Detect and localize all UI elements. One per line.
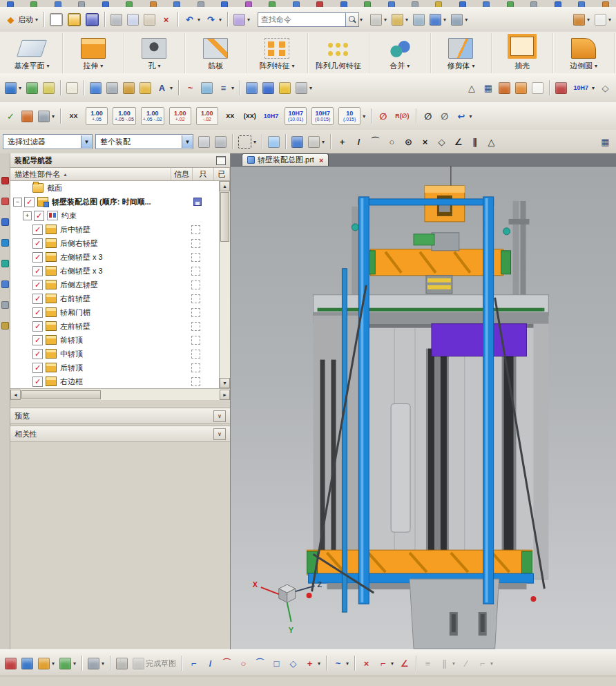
clip-section-icon[interactable]: ▾ <box>389 12 410 27</box>
side-toolbar-icon[interactable] <box>1 198 9 205</box>
unite-button[interactable]: 合并▾ <box>384 38 416 73</box>
block-icon[interactable] <box>137 81 153 95</box>
constraint-tools-icon[interactable]: ▾ <box>449 12 470 27</box>
no-tolerance-icon[interactable]: ∅ <box>375 109 391 124</box>
dropdown-arrow-icon[interactable]: ▾ <box>608 17 611 23</box>
column-info[interactable]: 信息 <box>171 168 193 180</box>
selection-scope-combo[interactable]: 整个装配 ▼ <box>95 134 193 149</box>
save-icon[interactable] <box>84 12 101 28</box>
rib-button[interactable]: 筋板 <box>199 37 232 73</box>
dependencies-panel-header[interactable]: 相关性 ∨ <box>10 426 230 442</box>
sketch-tools-icon[interactable] <box>3 656 19 671</box>
diameter-symbol-icon[interactable]: ∅ <box>420 109 436 124</box>
component-checkbox[interactable]: ✓ <box>32 307 43 318</box>
type-filter-combo[interactable]: 选择过滤器 ▼ <box>3 134 93 149</box>
extrude-button[interactable]: 拉伸▾ <box>77 37 110 73</box>
readonly-checkbox[interactable] <box>191 308 200 317</box>
tree-item[interactable]: ✓右侧轿壁 x 3 <box>10 264 220 278</box>
readonly-checkbox[interactable] <box>191 322 200 331</box>
tree-item[interactable]: ✓右边框 <box>10 374 220 388</box>
datum-plane-button[interactable]: 基准平面▾ <box>10 37 53 73</box>
assembly-cube-icon[interactable]: ▾ <box>427 12 448 27</box>
command-finder-input[interactable] <box>258 12 346 27</box>
chevron-down-icon[interactable]: ∨ <box>213 410 226 422</box>
open-file-icon[interactable] <box>66 12 83 28</box>
collapse-icon[interactable]: − <box>13 198 22 207</box>
tree-item[interactable]: ✓左侧轿壁 x 3 <box>10 250 220 264</box>
select-group-icon[interactable] <box>213 135 229 149</box>
side-toolbar-icon[interactable] <box>1 260 9 267</box>
tolerance-style-5[interactable]: 1.00-.02 <box>194 106 220 126</box>
select-scope-icon[interactable] <box>196 135 212 149</box>
dropdown-arrow-icon[interactable]: ▾ <box>19 85 21 91</box>
chevron-down-icon[interactable]: ∨ <box>213 428 226 440</box>
component-checkbox[interactable]: ✓ <box>32 363 43 373</box>
scroll-down-icon[interactable]: ▼ <box>220 378 230 388</box>
extend-icon[interactable]: ⌐▾ <box>375 656 396 671</box>
dropdown-arrow-icon[interactable]: ▾ <box>198 17 200 23</box>
annotation-icon[interactable] <box>553 81 569 95</box>
column-descriptive-part-name[interactable]: 描述性部件名 ▲ <box>10 168 171 180</box>
wireframe-view-icon[interactable]: ▾ <box>306 135 327 149</box>
column-modified[interactable]: 已 <box>214 168 230 180</box>
close-tab-icon[interactable]: × <box>319 156 323 164</box>
part-list-icon[interactable]: ≡▾ <box>215 81 236 95</box>
profile-icon[interactable]: ⌐ <box>186 656 202 671</box>
datum-grid-icon[interactable] <box>41 81 57 95</box>
project-curve-icon[interactable]: ⌐▾ <box>474 656 495 671</box>
dropdown-arrow-icon[interactable]: ▾ <box>46 63 49 69</box>
pattern-feature-button[interactable]: 阵列特征▾ <box>256 37 299 73</box>
draft-analysis-icon[interactable] <box>121 81 137 95</box>
side-toolbar-icon[interactable] <box>1 301 9 309</box>
sketch-dims-icon[interactable] <box>19 656 35 671</box>
measure-icon[interactable] <box>104 81 120 95</box>
tree-item[interactable]: ✓右前轿壁 <box>10 292 220 305</box>
snap-parallel-icon[interactable]: ∥ <box>467 135 483 149</box>
radius-symbol-icon[interactable]: R(∅) <box>392 109 412 124</box>
hole-button[interactable]: 孔▾ <box>137 37 171 73</box>
search-icon[interactable] <box>346 12 359 27</box>
cylinder-icon[interactable] <box>244 81 260 95</box>
fit-10h7-tol-icon[interactable]: 10H7(0.015) <box>309 106 336 126</box>
scroll-left-icon[interactable]: ◄ <box>10 390 21 400</box>
part-tab[interactable]: 轿壁装配总图.prt × <box>242 153 329 166</box>
finish-sketch-button[interactable]: 完成草图 <box>131 656 178 671</box>
dropdown-arrow-icon[interactable]: ▾ <box>490 660 493 667</box>
dropdown-arrow-icon[interactable]: ▾ <box>318 660 320 667</box>
sketch-pencil-icon[interactable] <box>88 81 104 95</box>
dropdown-arrow-icon[interactable]: ▾ <box>100 63 103 69</box>
snap-intersection-icon[interactable]: × <box>417 135 433 149</box>
horizontal-scrollbar[interactable]: ◄ ► <box>10 388 230 400</box>
start-menu-button[interactable]: ◆启动▾ <box>3 12 40 27</box>
dropdown-arrow-icon[interactable]: ▾ <box>363 113 365 120</box>
tree-item[interactable]: ✓左前轿壁 <box>10 319 220 333</box>
tree-item[interactable]: ✓后轿顶 <box>10 361 220 374</box>
dropdown-arrow-icon[interactable]: ▾ <box>391 660 394 667</box>
model-crosshead-motor[interactable] <box>414 186 465 251</box>
rectangle-icon[interactable]: □ <box>269 656 285 671</box>
dropdown-arrow-icon[interactable]: ▾ <box>253 139 256 145</box>
snapshot-icon[interactable] <box>411 12 427 27</box>
combo-dropdown-icon[interactable]: ▼ <box>182 135 193 148</box>
line-icon[interactable]: / <box>202 656 218 671</box>
table-icon[interactable]: ▦ <box>480 81 496 95</box>
surface-icon[interactable] <box>199 81 215 95</box>
tree-item[interactable]: +✓约束 <box>10 209 220 222</box>
dropdown-arrow-icon[interactable]: ▾ <box>35 17 38 23</box>
section-view-icon[interactable]: ▾ <box>368 12 389 27</box>
limits-fits-icon[interactable]: 10H7▾ <box>570 81 597 95</box>
edge-blend-button[interactable]: 边倒圆▾ <box>566 37 601 73</box>
undock-panel-button[interactable] <box>216 156 226 165</box>
component-checkbox[interactable]: ✓ <box>32 225 43 235</box>
constraints-tool-icon[interactable]: ▾ <box>36 656 57 671</box>
move-component-icon[interactable]: ▾ <box>571 12 592 27</box>
intersection-curve-icon[interactable]: ∕ <box>458 656 474 671</box>
vertical-scrollbar[interactable]: ▲ ▼ <box>219 181 230 388</box>
snap-tangent-icon[interactable]: ∠ <box>450 135 466 149</box>
corner-icon[interactable]: ∠ <box>396 656 412 671</box>
arc-icon[interactable]: ⌒ <box>219 656 235 671</box>
dropdown-arrow-icon[interactable]: ▾ <box>322 139 325 145</box>
shaded-view-icon[interactable] <box>289 135 305 149</box>
dropdown-arrow-icon[interactable]: ▾ <box>443 17 446 23</box>
dropdown-arrow-icon[interactable]: ▾ <box>346 660 349 667</box>
